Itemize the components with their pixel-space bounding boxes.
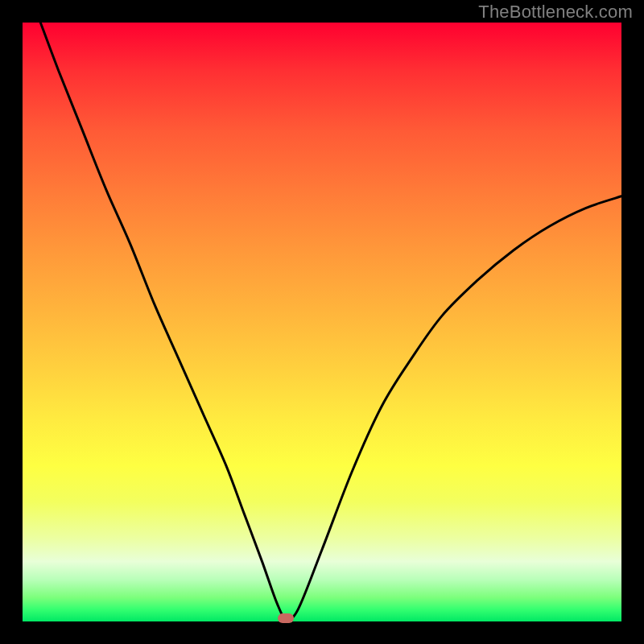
bottleneck-curve — [23, 23, 621, 621]
chart-plot-area — [23, 23, 621, 621]
minimum-marker — [278, 613, 294, 623]
watermark-text: TheBottleneck.com — [478, 2, 633, 23]
